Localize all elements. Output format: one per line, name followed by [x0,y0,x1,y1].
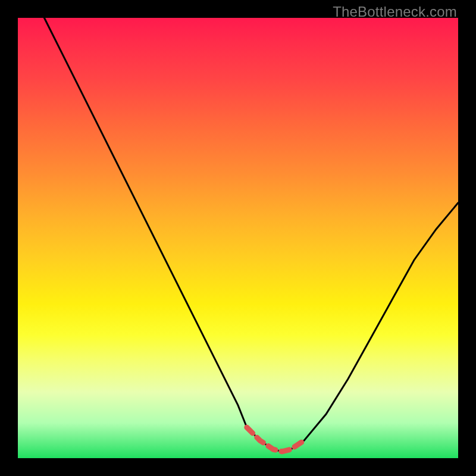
chart-svg [18,18,458,458]
trough-indicator-line [247,427,304,452]
chart-container: TheBottleneck.com [0,0,476,476]
bottleneck-curve-line [44,18,458,452]
watermark-text: TheBottleneck.com [333,4,457,20]
